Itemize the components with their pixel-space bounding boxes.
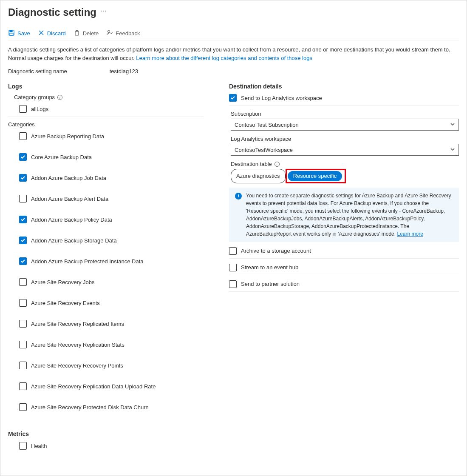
checkbox-category[interactable] [19,382,27,390]
info-icon: i [235,193,242,200]
destination-heading: Destination details [229,83,459,90]
category-label: Azure Site Recovery Events [31,300,100,306]
discard-button[interactable]: Discard [38,29,66,37]
category-label: Addon Azure Backup Job Data [31,175,106,181]
intro-learn-more-link[interactable]: Learn more about the different log categ… [136,55,312,61]
banner-learn-more-link[interactable]: Learn more [397,231,423,237]
pill-resource-specific[interactable]: Resource specific [288,171,342,181]
send-la-label: Send to Log Analytics workspace [241,95,322,101]
checkbox-stream-eventhub[interactable] [229,264,237,271]
toolbar: Save Discard Delete Feedback [8,29,459,40]
info-icon[interactable]: i [275,162,280,167]
logs-heading: Logs [8,83,204,90]
save-icon [8,29,15,37]
svg-point-8 [108,31,110,33]
category-label: Azure Site Recovery Jobs [31,279,95,285]
workspace-label: Log Analytics workspace [231,136,459,142]
info-banner: i You need to create separate diagnostic… [229,188,459,242]
checkbox-send-la[interactable] [229,94,237,102]
category-groups-heading: Category groups i [8,94,204,100]
category-label: Core Azure Backup Data [31,154,92,160]
checkbox-category[interactable] [19,278,27,286]
checkbox-category[interactable] [19,299,27,307]
chevron-down-icon [450,147,455,153]
close-icon [38,29,45,37]
discard-label: Discard [47,30,66,37]
checkbox-label: allLogs [31,106,48,112]
checkbox-partner-solution[interactable] [229,280,237,288]
banner-text: You need to create separate diagnostic s… [246,193,451,237]
category-label: Azure Site Recovery Replication Stats [31,342,125,348]
checkbox-category[interactable] [19,362,27,369]
stream-eventhub-label: Stream to an event hub [241,264,298,271]
delete-label: Delete [83,30,99,37]
checkbox-category[interactable] [19,216,27,223]
checkbox-category[interactable] [19,237,27,244]
delete-button[interactable]: Delete [74,29,99,37]
checkbox-category[interactable] [19,195,27,202]
workspace-value: ContosoTestWorkspace [235,147,293,153]
info-icon[interactable]: i [57,95,62,100]
subscription-label: Subscription [231,111,459,117]
dest-table-label: Destination table [231,161,272,167]
checkbox-alllogs[interactable] [19,105,27,113]
checkbox-health[interactable] [19,442,27,450]
svg-rect-2 [10,33,13,35]
intro-text: A diagnostic setting specifies a list of… [8,46,459,62]
category-label: Azure Site Recovery Protected Disk Data … [31,404,149,410]
pill-azure-diagnostics[interactable]: Azure diagnostics [231,169,286,183]
highlight-box: Resource specific [286,169,346,183]
category-label: Addon Azure Backup Alert Data [31,196,108,202]
category-label: Azure Backup Reporting Data [31,133,104,140]
checkbox-label: Health [31,443,47,449]
metrics-heading: Metrics [8,430,204,437]
archive-storage-label: Archive to a storage account [241,248,311,254]
feedback-icon [106,29,113,37]
feedback-button[interactable]: Feedback [106,29,140,37]
save-button[interactable]: Save [8,29,30,37]
subscription-select[interactable]: Contoso Test Subscription [231,119,459,131]
workspace-select[interactable]: ContosoTestWorkspace [231,144,459,156]
category-label: Azure Site Recovery Recovery Points [31,362,123,369]
partner-solution-label: Send to partner solution [241,281,300,287]
checkbox-category[interactable] [19,153,27,161]
setting-name-value: testdiag123 [110,68,138,74]
checkbox-category[interactable] [19,320,27,328]
category-label: Azure Site Recovery Replication Data Upl… [31,383,156,390]
page-title: Diagnostic setting [8,6,96,18]
checkbox-archive-storage[interactable] [229,247,237,255]
checkbox-category[interactable] [19,341,27,348]
more-icon[interactable]: ⋯ [101,8,107,17]
save-label: Save [17,30,30,37]
feedback-label: Feedback [116,30,140,37]
setting-name-label: Diagnostic setting name [8,68,67,74]
checkbox-category[interactable] [19,132,27,140]
subscription-value: Contoso Test Subscription [235,122,299,128]
svg-rect-5 [75,31,79,35]
categories-heading: Categories [8,121,204,128]
category-label: Addon Azure Backup Protected Instance Da… [31,258,144,265]
trash-icon [74,29,80,37]
category-label: Addon Azure Backup Storage Data [31,237,117,244]
chevron-down-icon [450,122,455,128]
checkbox-category[interactable] [19,174,27,182]
category-label: Azure Site Recovery Replicated Items [31,321,124,327]
svg-rect-1 [10,30,12,32]
checkbox-category[interactable] [19,257,27,265]
checkbox-category[interactable] [19,403,27,411]
category-label: Addon Azure Backup Policy Data [31,217,112,223]
